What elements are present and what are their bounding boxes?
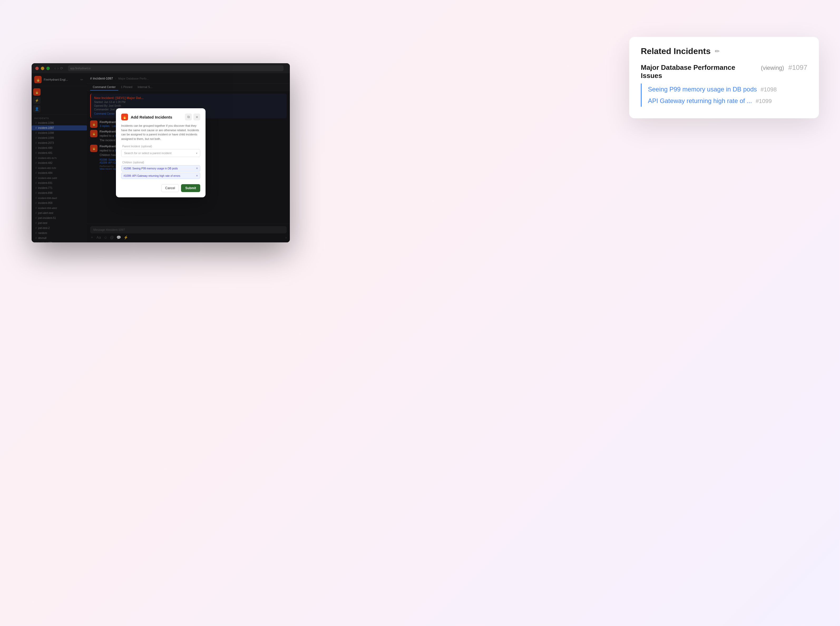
parent-incident-label: Parent Incident(optional) <box>121 145 200 148</box>
related-children-list: Seeing P99 memory usage in DB pods #1098… <box>641 83 807 107</box>
submit-button[interactable]: Submit <box>181 184 200 192</box>
related-card-title: Related Incidents <box>641 46 711 56</box>
edit-icon[interactable]: ✏ <box>715 48 720 55</box>
modal-description: Incidents can be grouped together if you… <box>121 124 200 141</box>
related-child-1098[interactable]: Seeing P99 memory usage in DB pods #1098 <box>648 83 807 95</box>
child-tag-1098-close[interactable]: × <box>196 166 198 170</box>
chevron-down-icon: ▾ <box>196 152 197 155</box>
add-related-incidents-modal: 🔥 Add Related Incidents ⧉ ✕ Incidents ca… <box>116 108 205 197</box>
modal-logo: 🔥 <box>121 114 128 121</box>
related-child-1099[interactable]: API Gateway returning high rate of ... #… <box>648 95 807 107</box>
modal-header: 🔥 Add Related Incidents ⧉ ✕ <box>121 114 200 121</box>
parent-incident-id: #1097 <box>788 64 807 72</box>
modal-overlay: 🔥 Add Related Incidents ⧉ ✕ Incidents ca… <box>31 63 290 243</box>
child-tag-1099: #1099: API Gateway returning high rate o… <box>121 172 200 179</box>
related-incidents-card: Related Incidents ✏ Major Database Perfo… <box>629 37 819 118</box>
parent-incident-select[interactable]: Search for or select a parent incident ▾ <box>121 149 200 157</box>
modal-title: Add Related Incidents <box>131 115 182 119</box>
child-1098-id: #1098 <box>761 86 777 93</box>
parent-incident-placeholder: Search for or select a parent incident <box>124 152 172 155</box>
app-window: ‹ › ⟳ app.firehydrant.io 🔥 FireHydrant E… <box>31 63 290 243</box>
children-section: Children(optional) #1098: Seeing P99 mem… <box>121 161 200 180</box>
children-label: Children(optional) <box>121 161 200 164</box>
child-tag-1098-label: #1098: Seeing P99 memory usage in DB pod… <box>124 167 178 170</box>
child-1098-name: Seeing P99 memory usage in DB pods <box>648 86 757 93</box>
modal-footer: Cancel Submit <box>121 184 200 192</box>
child-1099-name: API Gateway returning high rate of ... <box>648 97 752 105</box>
viewing-label: (viewing) <box>761 64 784 71</box>
modal-close-button[interactable]: ✕ <box>193 114 200 121</box>
modal-actions: ⧉ ✕ <box>185 114 200 121</box>
modal-copy-button[interactable]: ⧉ <box>185 114 192 121</box>
child-tag-1099-label: #1099: API Gateway returning high rate o… <box>124 174 180 177</box>
related-card-header: Related Incidents ✏ <box>641 46 807 56</box>
child-tag-1099-close[interactable]: × <box>196 174 198 178</box>
child-1099-id: #1099 <box>756 98 772 105</box>
child-tag-1098: #1098: Seeing P99 memory usage in DB pod… <box>121 165 200 172</box>
related-incident-parent: Major Database Performance Issues (viewi… <box>641 64 807 80</box>
cancel-button[interactable]: Cancel <box>161 184 179 192</box>
parent-incident-name: Major Database Performance Issues <box>641 64 757 80</box>
